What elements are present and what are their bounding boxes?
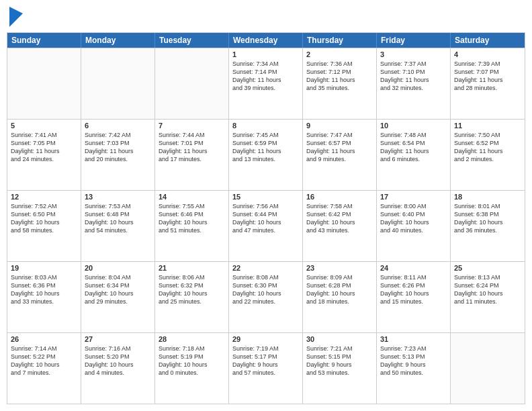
cell-info: Sunrise: 8:01 AM Sunset: 6:38 PM Dayligh… [454, 202, 521, 235]
calendar-cell: 15Sunrise: 7:56 AM Sunset: 6:44 PM Dayli… [229, 191, 303, 261]
calendar-cell [81, 48, 155, 119]
calendar-cell: 30Sunrise: 7:21 AM Sunset: 5:15 PM Dayli… [303, 333, 377, 404]
day-number: 12 [11, 193, 77, 201]
day-number: 22 [232, 264, 299, 272]
day-number: 29 [232, 335, 299, 343]
cell-info: Sunrise: 7:52 AM Sunset: 6:50 PM Dayligh… [11, 202, 77, 235]
cell-info: Sunrise: 8:06 AM Sunset: 6:32 PM Dayligh… [159, 273, 225, 306]
weekday-header: Tuesday [155, 33, 229, 48]
day-number: 26 [11, 335, 77, 343]
calendar-cell [451, 333, 525, 404]
cell-info: Sunrise: 7:37 AM Sunset: 7:10 PM Dayligh… [380, 60, 447, 93]
cell-info: Sunrise: 7:34 AM Sunset: 7:14 PM Dayligh… [232, 60, 299, 93]
calendar-cell: 10Sunrise: 7:48 AM Sunset: 6:54 PM Dayli… [377, 120, 451, 190]
calendar-cell: 14Sunrise: 7:55 AM Sunset: 6:46 PM Dayli… [155, 191, 229, 261]
cell-info: Sunrise: 7:41 AM Sunset: 7:05 PM Dayligh… [11, 131, 77, 164]
calendar-cell: 6Sunrise: 7:42 AM Sunset: 7:03 PM Daylig… [81, 120, 155, 190]
day-number: 5 [11, 122, 77, 130]
calendar-row: 26Sunrise: 7:14 AM Sunset: 5:22 PM Dayli… [7, 332, 525, 404]
calendar-cell [155, 48, 229, 119]
day-number: 13 [85, 193, 151, 201]
cell-info: Sunrise: 7:42 AM Sunset: 7:03 PM Dayligh… [85, 131, 151, 164]
calendar-cell: 25Sunrise: 8:13 AM Sunset: 6:24 PM Dayli… [451, 262, 525, 332]
calendar-header: SundayMondayTuesdayWednesdayThursdayFrid… [7, 33, 525, 48]
logo [7, 7, 23, 27]
calendar-cell: 28Sunrise: 7:18 AM Sunset: 5:19 PM Dayli… [155, 333, 229, 404]
weekday-header: Monday [81, 33, 155, 48]
weekday-header: Friday [377, 33, 451, 48]
day-number: 15 [232, 193, 299, 201]
day-number: 24 [380, 264, 447, 272]
cell-info: Sunrise: 7:14 AM Sunset: 5:22 PM Dayligh… [11, 345, 77, 377]
weekday-header: Thursday [303, 33, 377, 48]
cell-info: Sunrise: 7:18 AM Sunset: 5:19 PM Dayligh… [159, 345, 225, 377]
calendar-row: 1Sunrise: 7:34 AM Sunset: 7:14 PM Daylig… [7, 48, 525, 119]
cell-info: Sunrise: 7:21 AM Sunset: 5:15 PM Dayligh… [306, 345, 373, 377]
cell-info: Sunrise: 7:45 AM Sunset: 6:59 PM Dayligh… [232, 131, 299, 164]
cell-info: Sunrise: 7:16 AM Sunset: 5:20 PM Dayligh… [85, 345, 151, 377]
day-number: 3 [380, 50, 447, 58]
calendar-cell: 8Sunrise: 7:45 AM Sunset: 6:59 PM Daylig… [229, 120, 303, 190]
cell-info: Sunrise: 7:56 AM Sunset: 6:44 PM Dayligh… [232, 202, 299, 235]
calendar-cell: 4Sunrise: 7:39 AM Sunset: 7:07 PM Daylig… [451, 48, 525, 119]
day-number: 10 [380, 122, 447, 130]
day-number: 25 [454, 264, 521, 272]
day-number: 7 [159, 122, 225, 130]
calendar-cell: 29Sunrise: 7:19 AM Sunset: 5:17 PM Dayli… [229, 333, 303, 404]
day-number: 20 [85, 264, 151, 272]
day-number: 18 [454, 193, 521, 201]
weekday-header: Saturday [451, 33, 525, 48]
calendar-cell: 12Sunrise: 7:52 AM Sunset: 6:50 PM Dayli… [7, 191, 81, 261]
calendar-row: 12Sunrise: 7:52 AM Sunset: 6:50 PM Dayli… [7, 190, 525, 261]
calendar-cell: 11Sunrise: 7:50 AM Sunset: 6:52 PM Dayli… [451, 120, 525, 190]
calendar-cell: 24Sunrise: 8:11 AM Sunset: 6:26 PM Dayli… [377, 262, 451, 332]
logo-icon [9, 7, 23, 27]
cell-info: Sunrise: 8:04 AM Sunset: 6:34 PM Dayligh… [85, 273, 151, 306]
day-number: 1 [232, 50, 299, 58]
day-number: 14 [159, 193, 225, 201]
calendar-cell: 31Sunrise: 7:23 AM Sunset: 5:13 PM Dayli… [377, 333, 451, 404]
cell-info: Sunrise: 7:36 AM Sunset: 7:12 PM Dayligh… [306, 60, 373, 93]
cell-info: Sunrise: 7:50 AM Sunset: 6:52 PM Dayligh… [454, 131, 521, 164]
calendar-cell: 18Sunrise: 8:01 AM Sunset: 6:38 PM Dayli… [451, 191, 525, 261]
calendar-cell: 13Sunrise: 7:53 AM Sunset: 6:48 PM Dayli… [81, 191, 155, 261]
calendar-cell: 21Sunrise: 8:06 AM Sunset: 6:32 PM Dayli… [155, 262, 229, 332]
cell-info: Sunrise: 7:44 AM Sunset: 7:01 PM Dayligh… [159, 131, 225, 164]
calendar-cell: 7Sunrise: 7:44 AM Sunset: 7:01 PM Daylig… [155, 120, 229, 190]
calendar-cell: 9Sunrise: 7:47 AM Sunset: 6:57 PM Daylig… [303, 120, 377, 190]
day-number: 2 [306, 50, 373, 58]
header [7, 7, 525, 27]
calendar-cell: 23Sunrise: 8:09 AM Sunset: 6:28 PM Dayli… [303, 262, 377, 332]
calendar-cell: 27Sunrise: 7:16 AM Sunset: 5:20 PM Dayli… [81, 333, 155, 404]
day-number: 28 [159, 335, 225, 343]
cell-info: Sunrise: 8:03 AM Sunset: 6:36 PM Dayligh… [11, 273, 77, 306]
day-number: 8 [232, 122, 299, 130]
cell-info: Sunrise: 7:19 AM Sunset: 5:17 PM Dayligh… [232, 345, 299, 377]
day-number: 9 [306, 122, 373, 130]
calendar-cell: 5Sunrise: 7:41 AM Sunset: 7:05 PM Daylig… [7, 120, 81, 190]
cell-info: Sunrise: 8:09 AM Sunset: 6:28 PM Dayligh… [306, 273, 373, 306]
weekday-header: Wednesday [229, 33, 303, 48]
calendar-row: 19Sunrise: 8:03 AM Sunset: 6:36 PM Dayli… [7, 261, 525, 332]
day-number: 27 [85, 335, 151, 343]
day-number: 30 [306, 335, 373, 343]
calendar-cell: 20Sunrise: 8:04 AM Sunset: 6:34 PM Dayli… [81, 262, 155, 332]
calendar-cell: 22Sunrise: 8:08 AM Sunset: 6:30 PM Dayli… [229, 262, 303, 332]
day-number: 23 [306, 264, 373, 272]
day-number: 11 [454, 122, 521, 130]
calendar-cell: 3Sunrise: 7:37 AM Sunset: 7:10 PM Daylig… [377, 48, 451, 119]
cell-info: Sunrise: 7:47 AM Sunset: 6:57 PM Dayligh… [306, 131, 373, 164]
cell-info: Sunrise: 7:58 AM Sunset: 6:42 PM Dayligh… [306, 202, 373, 235]
calendar-row: 5Sunrise: 7:41 AM Sunset: 7:05 PM Daylig… [7, 119, 525, 190]
svg-marker-0 [9, 7, 23, 27]
cell-info: Sunrise: 8:13 AM Sunset: 6:24 PM Dayligh… [454, 273, 521, 306]
calendar: SundayMondayTuesdayWednesdayThursdayFrid… [7, 32, 525, 404]
cell-info: Sunrise: 7:39 AM Sunset: 7:07 PM Dayligh… [454, 60, 521, 93]
page: SundayMondayTuesdayWednesdayThursdayFrid… [0, 0, 532, 411]
calendar-cell: 1Sunrise: 7:34 AM Sunset: 7:14 PM Daylig… [229, 48, 303, 119]
cell-info: Sunrise: 7:48 AM Sunset: 6:54 PM Dayligh… [380, 131, 447, 164]
calendar-cell: 17Sunrise: 8:00 AM Sunset: 6:40 PM Dayli… [377, 191, 451, 261]
day-number: 17 [380, 193, 447, 201]
cell-info: Sunrise: 8:11 AM Sunset: 6:26 PM Dayligh… [380, 273, 447, 306]
calendar-cell: 26Sunrise: 7:14 AM Sunset: 5:22 PM Dayli… [7, 333, 81, 404]
